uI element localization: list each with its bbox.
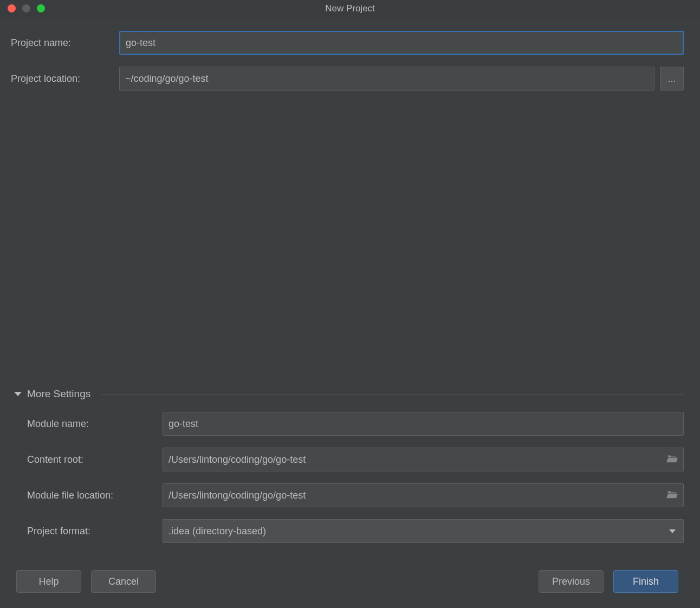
- row-content-root: Content root:: [11, 448, 684, 471]
- project-format-select[interactable]: .idea (directory-based): [163, 519, 684, 543]
- label-project-name: Project name:: [11, 37, 114, 49]
- project-name-input[interactable]: [119, 31, 684, 55]
- close-window-button[interactable]: [8, 4, 16, 12]
- chevron-down-icon: [14, 392, 22, 396]
- label-content-root: Content root:: [27, 454, 157, 465]
- row-project-location: Project location: ...: [11, 67, 684, 90]
- finish-button-label: Finish: [633, 576, 659, 587]
- spacer: [11, 102, 684, 388]
- help-button[interactable]: Help: [16, 570, 81, 593]
- label-module-name: Module name:: [27, 418, 157, 430]
- label-project-format: Project format:: [27, 526, 157, 537]
- row-module-file-location: Module file location:: [11, 483, 684, 507]
- cancel-button[interactable]: Cancel: [91, 570, 156, 593]
- project-format-value: .idea (directory-based): [168, 526, 266, 537]
- cancel-button-label: Cancel: [108, 576, 139, 587]
- previous-button-label: Previous: [552, 576, 590, 587]
- divider: [101, 394, 684, 394]
- label-module-file-location: Module file location:: [27, 490, 157, 501]
- previous-button[interactable]: Previous: [539, 570, 604, 593]
- minimize-window-button[interactable]: [22, 4, 30, 12]
- content-root-input[interactable]: [163, 448, 684, 471]
- module-name-input[interactable]: [163, 412, 684, 436]
- window-title: New Project: [0, 3, 700, 14]
- traffic-lights: [0, 4, 45, 12]
- content-root-wrapper: [163, 448, 684, 471]
- form-top: Project name: Project location: ...: [11, 31, 684, 102]
- more-settings-title: More Settings: [27, 388, 90, 400]
- titlebar: New Project: [0, 0, 700, 17]
- more-settings-body: Module name: Content root: Module file l…: [11, 412, 684, 555]
- dialog-content: Project name: Project location: ... More…: [0, 17, 700, 608]
- row-project-name: Project name:: [11, 31, 684, 55]
- help-button-label: Help: [38, 576, 59, 587]
- button-bar: Help Cancel Previous Finish: [11, 555, 684, 608]
- ellipsis-icon: ...: [667, 73, 676, 85]
- module-file-location-wrapper: [163, 483, 684, 507]
- label-project-location: Project location:: [11, 73, 114, 85]
- row-project-format: Project format: .idea (directory-based): [11, 519, 684, 543]
- finish-button[interactable]: Finish: [613, 570, 678, 593]
- more-settings-header[interactable]: More Settings: [11, 388, 684, 400]
- maximize-window-button[interactable]: [37, 4, 45, 12]
- row-module-name: Module name:: [11, 412, 684, 436]
- chevron-down-icon: [669, 529, 676, 533]
- module-file-location-input[interactable]: [163, 483, 684, 507]
- browse-location-button[interactable]: ...: [660, 67, 684, 90]
- project-location-input[interactable]: [119, 67, 654, 90]
